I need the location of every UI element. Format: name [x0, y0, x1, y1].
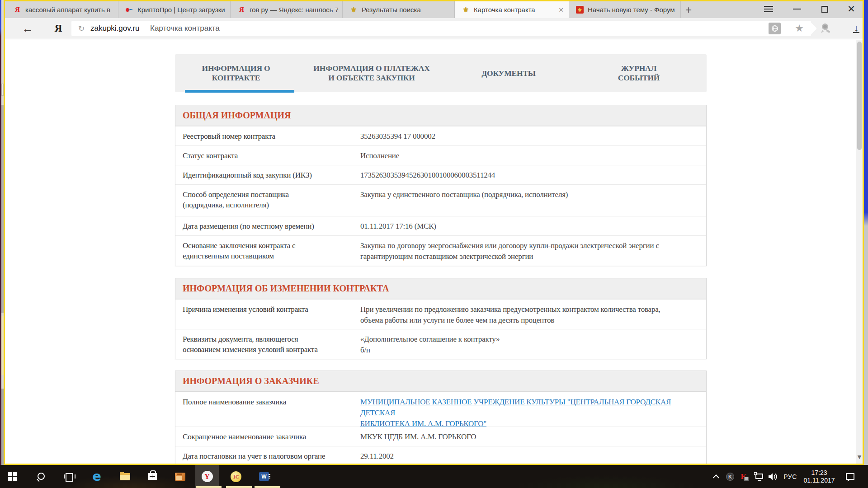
section-general-info: ОБЩАЯ ИНФОРМАЦИЯ Реестровый номер контра…: [175, 105, 707, 266]
yandex-favicon: Я: [238, 6, 245, 14]
background-window-strip: [1, 0, 4, 465]
tray-date: 01.11.2017: [803, 477, 835, 484]
url-page-title: Карточка контракта: [150, 24, 220, 33]
customer-link[interactable]: МУНИЦИПАЛЬНОЕ КАЗЕННОЕ УЧРЕЖДЕНИЕ КУЛЬТУ…: [360, 398, 671, 428]
row-value: Закупка у единственного поставщика (подр…: [360, 189, 697, 216]
info-row: Основание заключения контракта с единств…: [175, 235, 706, 266]
archive-app-button[interactable]: [169, 465, 191, 488]
row-value: 01.11.2017 17:16 (МСК): [360, 221, 697, 235]
downloads-button[interactable]: ↓: [849, 18, 864, 39]
edge-taskbar-button[interactable]: e: [86, 465, 108, 488]
network-tray-icon[interactable]: [752, 465, 766, 488]
kaspersky-tray-icon[interactable]: K: [724, 465, 736, 488]
red-k-icon: K: [741, 472, 746, 481]
row-value: МКУК ЦГДБ ИМ. А.М. ГОРЬКОГО: [360, 432, 697, 446]
tab-documents[interactable]: ДОКУМЕНТЫ: [446, 54, 571, 92]
yandex-browser-icon: Y: [202, 471, 213, 482]
bookmark-star-icon[interactable]: ★: [793, 22, 806, 35]
tray-time: 17:23: [811, 469, 827, 477]
tab-title: гов ру — Яндекс: нашлось 7: [250, 6, 338, 14]
edge-icon: e: [92, 470, 101, 483]
site-mode-button[interactable]: [769, 23, 781, 34]
search-icon: [36, 472, 45, 481]
browser-tab[interactable]: ⚜ Начать новую тему - Форум: [569, 1, 681, 18]
yandex-favicon: Я: [14, 6, 21, 14]
file-explorer-button[interactable]: [114, 465, 136, 488]
extension-stamp-icon[interactable]: [817, 18, 833, 39]
action-center-button[interactable]: [843, 465, 857, 488]
desktop-edge-right: [864, 0, 868, 465]
speaker-icon: [768, 473, 778, 481]
row-label: Идентификационный код закупки (ИКЗ): [183, 170, 360, 184]
info-row: Реестровый номер контракта 35263035394 1…: [175, 126, 706, 145]
network-monitor-icon: [754, 473, 764, 480]
tab-close-icon[interactable]: ✕: [558, 7, 564, 13]
info-row: Реквизиты документа, являющегося основан…: [175, 329, 706, 359]
info-row: Способ определения поставщика (подрядчик…: [175, 184, 706, 216]
yandex-browser-button[interactable]: Y: [196, 465, 218, 488]
background-window-fragment: [1, 389, 4, 465]
taskbar-search-button[interactable]: [30, 465, 52, 488]
clock[interactable]: 17:23 01.11.2017: [801, 465, 837, 488]
language-indicator[interactable]: РУС: [781, 465, 799, 488]
notification-icon: [846, 473, 854, 480]
browser-tabbar: Я кассовый аппарат купить в КриптоПро | …: [5, 1, 863, 18]
scrollbar-thumb[interactable]: [857, 42, 862, 150]
info-row: Сокращенное наименование заказчика МКУК …: [175, 427, 706, 446]
row-label: Сокращенное наименование заказчика: [183, 432, 360, 446]
row-label: Полное наименование заказчика: [183, 397, 360, 427]
new-tab-button[interactable]: +: [681, 1, 696, 18]
info-row: Причина изменения условий контракта При …: [175, 299, 706, 329]
windows-logo-icon: [8, 472, 17, 481]
background-window-fragment: [1, 105, 4, 313]
browser-tab-active[interactable]: ⚜ Карточка контракта ✕: [455, 1, 569, 18]
yandex-home-button[interactable]: Я: [49, 18, 67, 39]
row-value: Закупка по договору энергоснабжения или …: [360, 240, 697, 266]
row-label: Реестровый номер контракта: [183, 131, 360, 145]
browser-tab[interactable]: КриптоПро | Центр загрузки: [118, 1, 231, 18]
tab-event-log[interactable]: ЖУРНАЛ СОБЫТИЙ: [571, 54, 707, 92]
info-row: Дата размещения (по местному времени) 01…: [175, 216, 706, 235]
contract-tabs: ИНФОРМАЦИЯ О КОНТРАКТЕ ИНФОРМАЦИЯ О ПЛАТ…: [175, 54, 707, 92]
row-value: 173526303539452630100100060003511244: [360, 170, 697, 184]
row-value: Исполнение: [360, 150, 697, 165]
back-button[interactable]: ←: [19, 18, 37, 39]
row-value: 29.11.2002: [360, 451, 697, 464]
close-window-button[interactable]: ✕: [844, 4, 858, 14]
tray-expand-button[interactable]: [711, 465, 723, 488]
kaspersky-agent-tray-icon[interactable]: K: [738, 465, 750, 488]
cryptopro-favicon: [126, 6, 133, 14]
orange-box-icon: [175, 473, 185, 481]
browser-tab[interactable]: Я кассовый аппарат купить в: [6, 1, 118, 18]
browser-menu-icon[interactable]: [762, 4, 775, 14]
refresh-icon[interactable]: ↻: [76, 21, 87, 36]
scrollbar-down-arrow[interactable]: ▼: [856, 454, 863, 460]
section-title: ИНФОРМАЦИЯ О ЗАКАЗЧИКЕ: [175, 371, 706, 392]
tab-title: Карточка контракта: [474, 6, 554, 14]
1c-icon: 1С: [231, 471, 241, 482]
store-button[interactable]: [142, 465, 163, 488]
volume-tray-icon[interactable]: [767, 465, 779, 488]
running-indicator: [196, 486, 222, 488]
onec-app-button[interactable]: 1С: [225, 465, 247, 488]
forum-gerb-favicon: ⚜: [576, 6, 584, 14]
minimize-button[interactable]: [790, 4, 804, 14]
tab-contract-info[interactable]: ИНФОРМАЦИЯ О КОНТРАКТЕ: [175, 54, 297, 92]
info-row: Полное наименование заказчика МУНИЦИПАЛЬ…: [175, 392, 706, 427]
row-label: Статус контракта: [183, 150, 360, 165]
maximize-button[interactable]: [818, 4, 831, 14]
kaspersky-k-icon: K: [726, 473, 734, 481]
row-label: Дата постановки на учет в налоговом орга…: [183, 451, 360, 464]
url-host: zakupki.gov.ru: [90, 24, 139, 33]
word-app-button[interactable]: W: [253, 465, 275, 488]
task-view-button[interactable]: [58, 465, 80, 488]
background-window-fragment: [1, 84, 4, 96]
browser-tab[interactable]: Я гов ру — Яндекс: нашлось 7: [231, 1, 343, 18]
start-button[interactable]: [1, 465, 23, 488]
tab-title: кассовый аппарат купить в: [25, 6, 113, 14]
browser-tab[interactable]: ⚜ Результаты поиска: [343, 1, 455, 18]
page-scrollbar[interactable]: ▼: [856, 40, 863, 464]
running-indicator: [226, 486, 252, 488]
address-bar[interactable]: ↻ zakupki.gov.ru Карточка контракта ★: [71, 21, 811, 36]
tab-payments-info[interactable]: ИНФОРМАЦИЯ О ПЛАТЕЖАХ И ОБЪЕКТЕ ЗАКУПКИ: [297, 54, 446, 92]
